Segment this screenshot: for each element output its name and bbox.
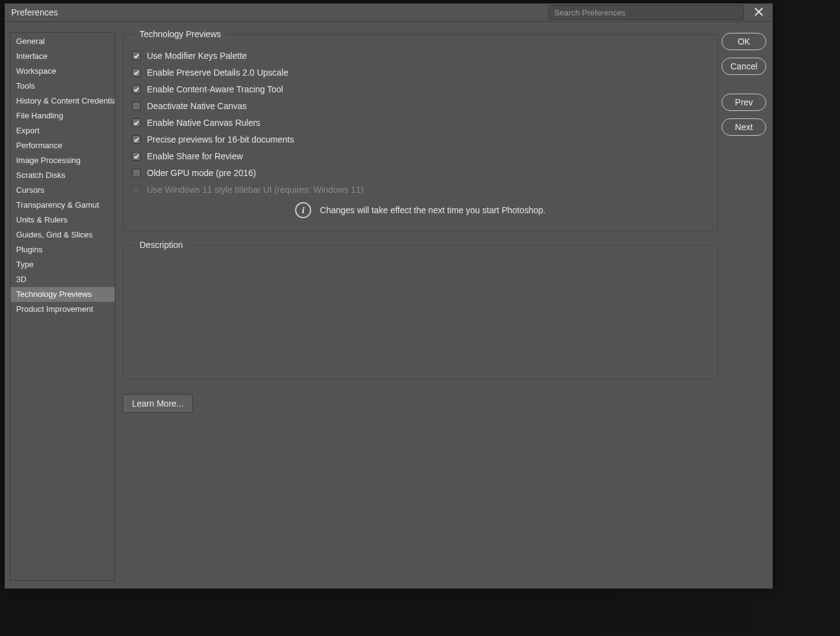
- option-precise-previews-for-16-bit-documents[interactable]: Precise previews for 16-bit documents: [132, 134, 709, 144]
- info-icon: i: [295, 202, 311, 218]
- dialog-body: GeneralInterfaceWorkspaceToolsHistory & …: [5, 22, 772, 588]
- technology-previews-group: Technology Previews Use Modifier Keys Pa…: [123, 29, 718, 231]
- option-use-windows-11-style-titlebar-ui-requires-windows-11-: Use Windows 11 style titlebar UI (requir…: [132, 184, 709, 195]
- sidebar-item-transparency-gamut[interactable]: Transparency & Gamut: [11, 198, 115, 213]
- sidebar-item-type[interactable]: Type: [11, 257, 115, 272]
- sidebar-item-guides-grid-slices[interactable]: Guides, Grid & Slices: [11, 227, 115, 242]
- option-label: Use Windows 11 style titlebar UI (requir…: [147, 184, 363, 195]
- search-preferences-input[interactable]: [549, 5, 744, 20]
- sidebar-item-plugins[interactable]: Plugins: [11, 242, 115, 257]
- cancel-button[interactable]: Cancel: [722, 58, 766, 75]
- close-button[interactable]: [750, 4, 767, 21]
- dialog-action-buttons: OK Cancel Prev Next: [722, 22, 772, 588]
- technology-previews-legend: Technology Previews: [136, 29, 225, 39]
- checkbox[interactable]: [132, 152, 141, 161]
- preferences-sidebar: GeneralInterfaceWorkspaceToolsHistory & …: [10, 32, 115, 581]
- checkbox[interactable]: [132, 135, 141, 144]
- option-label: Enable Content-Aware Tracing Tool: [147, 84, 283, 94]
- sidebar-item-history-content-credentials[interactable]: History & Content Credentials: [11, 94, 115, 108]
- checkbox[interactable]: [132, 51, 141, 60]
- checkbox: [132, 185, 141, 194]
- option-enable-share-for-review[interactable]: Enable Share for Review: [132, 151, 709, 161]
- checkbox[interactable]: [132, 118, 141, 127]
- option-label: Precise previews for 16-bit documents: [147, 134, 294, 144]
- option-enable-native-canvas-rulers[interactable]: Enable Native Canvas Rulers: [132, 117, 709, 128]
- option-label: Older GPU mode (pre 2016): [147, 167, 256, 178]
- sidebar-item-interface[interactable]: Interface: [11, 49, 115, 64]
- option-label: Enable Share for Review: [147, 151, 243, 161]
- learn-more-button[interactable]: Learn More...: [123, 394, 193, 413]
- sidebar-item-cursors[interactable]: Cursors: [11, 183, 115, 198]
- description-group: Description: [123, 240, 718, 379]
- next-button[interactable]: Next: [722, 118, 766, 136]
- sidebar-item-technology-previews[interactable]: Technology Previews: [11, 287, 115, 302]
- sidebar-item-general[interactable]: General: [11, 34, 115, 49]
- option-enable-content-aware-tracing-tool[interactable]: Enable Content-Aware Tracing Tool: [132, 84, 709, 94]
- sidebar-item-performance[interactable]: Performance: [11, 138, 115, 153]
- dialog-titlebar: Preferences: [5, 4, 772, 22]
- option-label: Deactivate Native Canvas: [147, 100, 247, 111]
- preferences-content: Technology Previews Use Modifier Keys Pa…: [115, 22, 722, 588]
- sidebar-item-3d[interactable]: 3D: [11, 272, 115, 287]
- sidebar-item-product-improvement[interactable]: Product Improvement: [11, 302, 115, 317]
- restart-info-text: Changes will take effect the next time y…: [320, 205, 546, 215]
- option-enable-preserve-details-2-0-upscale[interactable]: Enable Preserve Details 2.0 Upscale: [132, 67, 709, 77]
- sidebar-item-image-processing[interactable]: Image Processing: [11, 153, 115, 168]
- checkbox[interactable]: [132, 102, 141, 110]
- restart-info-row: i Changes will take effect the next time…: [132, 202, 709, 218]
- option-label: Enable Native Canvas Rulers: [147, 117, 260, 128]
- sidebar-item-units-rulers[interactable]: Units & Rulers: [11, 213, 115, 227]
- technology-previews-options: Use Modifier Keys PaletteEnable Preserve…: [132, 50, 709, 195]
- preferences-dialog: Preferences GeneralInterfaceWorkspaceToo…: [4, 3, 773, 589]
- sidebar-item-export[interactable]: Export: [11, 123, 115, 138]
- sidebar-item-workspace[interactable]: Workspace: [11, 64, 115, 79]
- checkbox[interactable]: [132, 85, 141, 94]
- prev-button[interactable]: Prev: [722, 94, 766, 111]
- dialog-title: Preferences: [11, 7, 58, 17]
- sidebar-item-scratch-disks[interactable]: Scratch Disks: [11, 168, 115, 183]
- option-deactivate-native-canvas[interactable]: Deactivate Native Canvas: [132, 100, 709, 111]
- option-older-gpu-mode-pre-2016-[interactable]: Older GPU mode (pre 2016): [132, 167, 709, 178]
- ok-button[interactable]: OK: [722, 33, 766, 50]
- option-label: Use Modifier Keys Palette: [147, 50, 247, 61]
- sidebar-item-tools[interactable]: Tools: [11, 79, 115, 94]
- description-legend: Description: [136, 240, 187, 250]
- sidebar-item-file-handling[interactable]: File Handling: [11, 108, 115, 123]
- checkbox[interactable]: [132, 68, 141, 77]
- option-use-modifier-keys-palette[interactable]: Use Modifier Keys Palette: [132, 50, 709, 61]
- close-icon: [754, 7, 763, 18]
- checkbox[interactable]: [132, 169, 141, 177]
- option-label: Enable Preserve Details 2.0 Upscale: [147, 67, 288, 77]
